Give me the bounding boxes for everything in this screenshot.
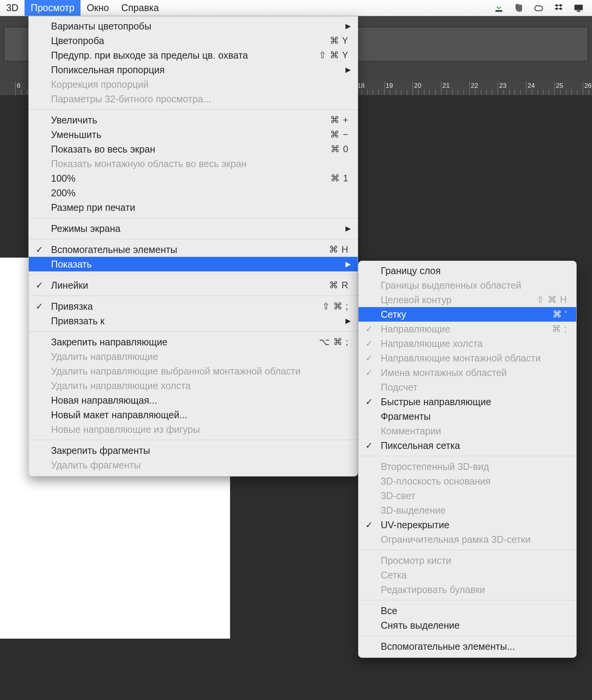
check-icon: ✓ <box>36 245 43 255</box>
menu-separator <box>29 331 358 332</box>
main_menu-item[interactable]: ✓Линейки⌘ R <box>29 278 358 292</box>
menu-3d[interactable]: 3D <box>0 0 25 16</box>
main_menu-item[interactable]: Размер при печати <box>29 200 358 215</box>
main_menu-item[interactable]: Попиксельная пропорция▶ <box>29 62 358 77</box>
sub_menu-item: Второстепенный 3D-вид <box>358 459 576 474</box>
sub_menu-item[interactable]: Сетку⌘ ' <box>358 307 576 322</box>
main_menu-item[interactable]: ✓Вспомогательные элементы⌘ H <box>29 242 358 257</box>
sub_menu-item: Границы выделенных областей <box>358 278 576 292</box>
check-icon: ✓ <box>365 397 373 407</box>
ruler-number: 21 <box>442 82 450 90</box>
menu-item-label: Направляющие <box>381 324 552 335</box>
check-icon: ✓ <box>365 338 373 349</box>
sub_menu-item[interactable]: Все <box>358 603 576 618</box>
main_menu-item[interactable]: Цветопроба⌘ Y <box>29 33 358 48</box>
ruler-number: 25 <box>556 82 563 90</box>
main_menu-item[interactable]: Уменьшить⌘ − <box>29 127 358 142</box>
ruler-number: 20 <box>414 82 421 90</box>
download-icon[interactable] <box>493 2 505 14</box>
menu-help[interactable]: Справка <box>115 0 165 16</box>
menu-item-label: Вспомогательные элементы... <box>381 641 567 652</box>
main_menu-item[interactable]: 100%⌘ 1 <box>29 171 358 186</box>
menu-item-label: UV-перекрытие <box>381 519 567 531</box>
main_menu-item[interactable]: Показать во весь экран⌘ 0 <box>29 142 358 156</box>
menu-item-label: Направляющие монтажной области <box>381 353 567 364</box>
main_menu-item[interactable]: Закрепить фрагменты <box>29 443 358 458</box>
menu-item-label: Второстепенный 3D-вид <box>381 461 567 472</box>
main_menu-item: Показать монтажную область во весь экран <box>29 156 358 171</box>
svg-rect-1 <box>574 5 583 10</box>
menu-item-shortcut: ⌘ − <box>330 129 349 140</box>
menu-item-label: Удалить направляющие выбранной монтажной… <box>51 366 349 377</box>
menu-item-label: Фрагменты <box>381 411 567 422</box>
check-icon: ✓ <box>36 280 43 291</box>
menu-item-label: 3D-плоскость основания <box>381 476 567 487</box>
menu-item-shortcut: ⌘ ; <box>552 324 567 334</box>
sub_menu-item: Просмотр кисти <box>358 553 576 568</box>
sub_menu-item[interactable]: ✓Быстрые направляющие <box>358 394 576 409</box>
menu-item-label: Целевой контур <box>381 294 536 306</box>
menu-view[interactable]: Просмотр <box>25 0 81 16</box>
main_menu-item: Новые направляющие из фигуры <box>29 422 358 437</box>
sub_menu-item: ✓Имена монтажных областей <box>358 365 576 380</box>
sub_menu-item[interactable]: ✓UV-перекрытие <box>358 518 576 532</box>
menu-item-label: Уменьшить <box>51 129 330 140</box>
menu-item-label: 3D-свет <box>381 490 567 501</box>
menu-item-label: Показать <box>51 259 349 270</box>
sub_menu-item[interactable]: Границу слоя <box>358 263 576 278</box>
check-icon: ✓ <box>36 301 43 312</box>
menu-item-label: Попиксельная пропорция <box>51 64 349 76</box>
menu-item-label: Вспомогательные элементы <box>51 244 329 255</box>
menu-item-label: Сетку <box>381 309 553 320</box>
submenu-arrow-icon: ▶ <box>345 317 351 325</box>
dropbox-icon[interactable] <box>553 2 564 14</box>
menu-item-label: Закрепить фрагменты <box>51 445 349 456</box>
main_menu-item[interactable]: Новый макет направляющей... <box>29 408 358 422</box>
menu-item-shortcut: ⌘ R <box>329 280 349 291</box>
creative-cloud-icon[interactable] <box>533 2 544 14</box>
sub_menu-item[interactable]: ✓Пиксельная сетка <box>358 438 576 453</box>
main_menu-item[interactable]: Показать▶ <box>29 257 358 271</box>
main_menu-item[interactable]: 200% <box>29 186 358 200</box>
main_menu-item[interactable]: Варианты цветопробы▶ <box>29 19 358 33</box>
menu-separator <box>29 274 358 275</box>
sub_menu-item[interactable]: Вспомогательные элементы... <box>358 639 576 654</box>
menu-separator <box>358 600 576 600</box>
main_menu-item[interactable]: Закрепить направляющие⌥ ⌘ ; <box>29 335 358 349</box>
main_menu-item[interactable]: Новая направляющая... <box>29 393 358 408</box>
monitor-icon[interactable] <box>573 2 584 14</box>
menu-item-label: Просмотр кисти <box>381 555 567 566</box>
evernote-icon[interactable] <box>513 2 525 14</box>
menu-item-label: Все <box>381 605 567 616</box>
menu-item-shortcut: ⇧ ⌘ Y <box>319 50 349 61</box>
menu-item-label: Ограничительная рамка 3D-сетки <box>381 534 567 545</box>
menu-window[interactable]: Окно <box>81 0 115 16</box>
menu-separator <box>29 440 358 440</box>
menu-separator <box>29 218 358 218</box>
main_menu-item: Удалить фрагменты <box>29 458 358 472</box>
menu-item-label: Привязать к <box>51 315 349 327</box>
main_menu-item[interactable]: Увеличить⌘ + <box>29 113 358 127</box>
ruler-number: 22 <box>471 82 478 90</box>
main_menu-item[interactable]: Режимы экрана▶ <box>29 221 358 236</box>
sub_menu-item: ✓Направляющие монтажной области <box>358 351 576 365</box>
main_menu-item: Удалить направляющие выбранной монтажной… <box>29 364 358 378</box>
sub_menu-item: 3D-выделение <box>358 503 576 518</box>
menu-separator <box>29 109 358 110</box>
menu-item-label: Удалить фрагменты <box>51 460 349 471</box>
menu-item-label: Новая направляющая... <box>51 395 349 406</box>
ruler-number: 23 <box>499 82 506 90</box>
main_menu-item[interactable]: Предупр. при выходе за пределы цв. охват… <box>29 48 358 62</box>
menu-item-shortcut: ⌘ 1 <box>331 173 349 184</box>
menu-item-shortcut: ⌘ + <box>330 115 349 125</box>
main_menu-item[interactable]: ✓Привязка⇧ ⌘ ; <box>29 299 358 314</box>
sub_menu-item: 3D-плоскость основания <box>358 474 576 488</box>
ruler-number: 19 <box>386 82 393 90</box>
sub_menu-item: Ограничительная рамка 3D-сетки <box>358 532 576 547</box>
sub_menu-item[interactable]: Снять выделение <box>358 618 576 633</box>
ruler-number: 26 <box>584 82 592 90</box>
sub_menu-item[interactable]: Фрагменты <box>358 409 576 424</box>
menu-item-label: Размер при печати <box>51 202 349 213</box>
main_menu-item[interactable]: Привязать к▶ <box>29 314 358 328</box>
check-icon: ✓ <box>365 440 373 451</box>
